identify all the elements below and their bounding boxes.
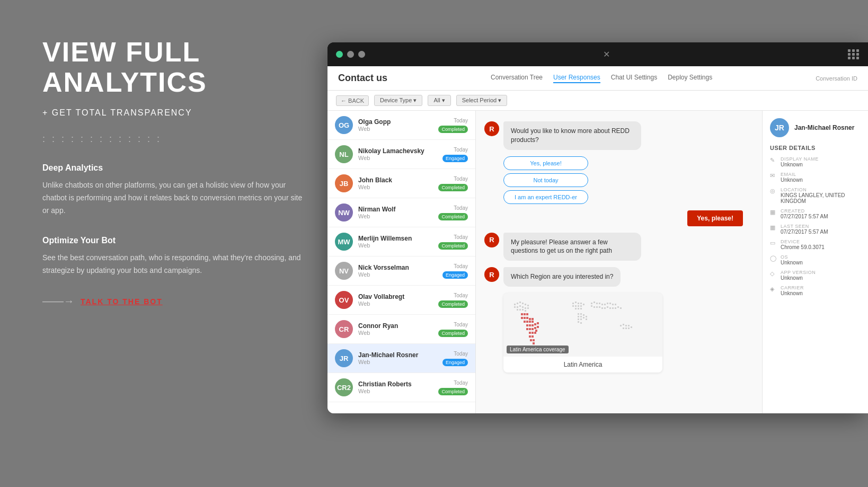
tab-conversation-tree[interactable]: Conversation Tree	[491, 74, 543, 83]
list-item[interactable]: CRConnor RyanWebTodayCompleted	[327, 315, 475, 344]
list-item[interactable]: JBJohn BlackWebTodayCompleted	[327, 169, 475, 198]
detail-os: ◯ OS Unknown	[770, 254, 861, 265]
period-filter[interactable]: Select Period ▾	[456, 95, 507, 106]
detail-carrier: ◈ CARRIER Unknown	[770, 285, 861, 296]
details-name: Jan-Michael Rosner	[794, 124, 854, 131]
user-sub: Web	[358, 126, 433, 132]
user-name: Nikolay Lamachevsky	[358, 147, 437, 155]
svg-rect-19	[578, 303, 579, 304]
list-item[interactable]: NWNirman WolfWebTodayCompleted	[327, 198, 475, 227]
svg-rect-42	[599, 306, 600, 308]
cta-link[interactable]: ——→ TALK TO THE BOT	[42, 295, 307, 307]
option-not-today[interactable]: Not today	[503, 173, 588, 187]
user-name: Olav Vollabregt	[358, 293, 433, 300]
svg-rect-86	[534, 327, 536, 329]
all-filter[interactable]: All ▾	[428, 95, 450, 106]
svg-rect-21	[572, 305, 574, 307]
svg-rect-47	[612, 307, 614, 309]
list-item[interactable]: JRJan-Michael RosnerWebTodayEngaged	[327, 344, 475, 373]
user-name: Merlijn Willemsen	[358, 235, 433, 242]
tab-deploy-settings[interactable]: Deploy Settings	[668, 74, 712, 83]
option-yes-please[interactable]: Yes, please!	[503, 156, 588, 170]
list-item[interactable]: MWMerlijn WillemsenWebTodayCompleted	[327, 227, 475, 256]
chat-messages: R Would you like to know more about REDD…	[476, 111, 762, 413]
user-sub: Web	[358, 213, 433, 219]
svg-rect-61	[586, 316, 587, 317]
back-button[interactable]: ← BACK	[336, 95, 369, 106]
option-expert[interactable]: I am an expert REDD-er	[503, 190, 588, 204]
traffic-light-red[interactable]	[358, 51, 365, 58]
user-name: Nirman Wolf	[358, 206, 433, 213]
svg-rect-73	[529, 318, 531, 320]
user-info: Nick VorsselmanWeb	[358, 264, 437, 278]
detail-device: ▭ DEVICE Chrome 59.0.3071	[770, 239, 861, 250]
feature1-title: Deep Analytics	[42, 163, 307, 173]
svg-rect-98	[533, 342, 535, 344]
user-info: John BlackWeb	[358, 176, 433, 190]
svg-rect-89	[529, 335, 531, 338]
tab-chat-ui-settings[interactable]: Chat UI Settings	[611, 74, 657, 83]
user-item-right: TodayCompleted	[438, 322, 468, 337]
svg-rect-79	[526, 324, 528, 326]
feature2-title: Optimize Your Bot	[42, 236, 307, 245]
yes-please-button[interactable]: Yes, please!	[687, 210, 743, 226]
svg-rect-71	[524, 317, 526, 319]
user-info: Jan-Michael RosnerWeb	[358, 351, 437, 365]
svg-rect-72	[526, 317, 528, 319]
user-info: Olga GoppWeb	[358, 118, 433, 132]
svg-rect-36	[609, 303, 611, 304]
svg-rect-83	[526, 328, 528, 330]
svg-rect-41	[596, 306, 598, 308]
svg-rect-4	[522, 303, 524, 304]
cta-text[interactable]: TALK TO THE BOT	[81, 297, 163, 306]
user-item-right: TodayCompleted	[438, 205, 468, 220]
user-sub: Web	[358, 388, 433, 394]
status-badge: Engaged	[442, 271, 468, 279]
chat-row-question: R Would you like to know more about REDD…	[484, 121, 754, 150]
svg-rect-56	[580, 318, 582, 320]
device-type-filter[interactable]: Device Type ▾	[374, 95, 422, 106]
conversation-id: Conversation ID	[816, 75, 857, 82]
user-avatar: JB	[335, 174, 353, 192]
svg-rect-14	[519, 309, 521, 311]
svg-rect-80	[529, 324, 531, 326]
svg-rect-15	[522, 309, 524, 311]
user-name: Connor Ryan	[358, 322, 433, 330]
main-title: VIEW FULL ANALYTICS	[42, 37, 307, 98]
detail-email: ✉ EMAIL Unknown	[770, 172, 861, 183]
svg-rect-9	[519, 305, 521, 307]
list-item[interactable]: CR2Christian RobertsWebTodayCompleted	[327, 373, 475, 402]
status-badge: Completed	[438, 184, 468, 191]
close-icon[interactable]: ✕	[603, 49, 610, 59]
status-badge: Completed	[438, 388, 468, 395]
svg-rect-76	[526, 321, 528, 323]
traffic-light-yellow[interactable]	[347, 51, 354, 58]
tab-user-responses[interactable]: User Responses	[553, 74, 600, 83]
svg-rect-32	[599, 303, 600, 304]
user-sub: Web	[358, 359, 437, 365]
list-item[interactable]: OVOlav VollabregtWebTodayCompleted	[327, 286, 475, 315]
svg-rect-25	[583, 304, 584, 305]
svg-rect-93	[521, 313, 523, 315]
list-item[interactable]: NVNick VorsselmanWebTodayEngaged	[327, 256, 475, 286]
user-list-panel: OGOlga GoppWebTodayCompletedNLNikolay La…	[327, 111, 476, 413]
user-avatar: MW	[335, 233, 353, 251]
svg-rect-88	[532, 332, 534, 334]
device-icon: ▭	[770, 240, 777, 246]
user-date: Today	[442, 147, 468, 153]
list-item[interactable]: OGOlga GoppWebTodayCompleted	[327, 111, 475, 140]
detail-location: ◎ LOCATION KINGS LANGLEY, UNITED KINGDOM	[770, 187, 861, 204]
detail-app-version: ◇ APP VERSION Unknown	[770, 270, 861, 281]
grid-icon[interactable]	[848, 49, 860, 59]
detail-display-name: ✎ DISPLAY NAME Unknown	[770, 156, 861, 167]
svg-rect-29	[591, 303, 592, 304]
status-badge: Engaged	[442, 155, 468, 162]
svg-rect-17	[572, 303, 574, 304]
user-date: Today	[438, 234, 468, 240]
user-name: John Black	[358, 176, 433, 184]
traffic-light-green[interactable]	[336, 51, 343, 58]
svg-rect-85	[532, 328, 534, 330]
list-item[interactable]: NLNikolay LamachevskyWebTodayEngaged	[327, 140, 475, 169]
details-avatar: JR	[770, 118, 789, 137]
svg-rect-53	[578, 316, 579, 317]
